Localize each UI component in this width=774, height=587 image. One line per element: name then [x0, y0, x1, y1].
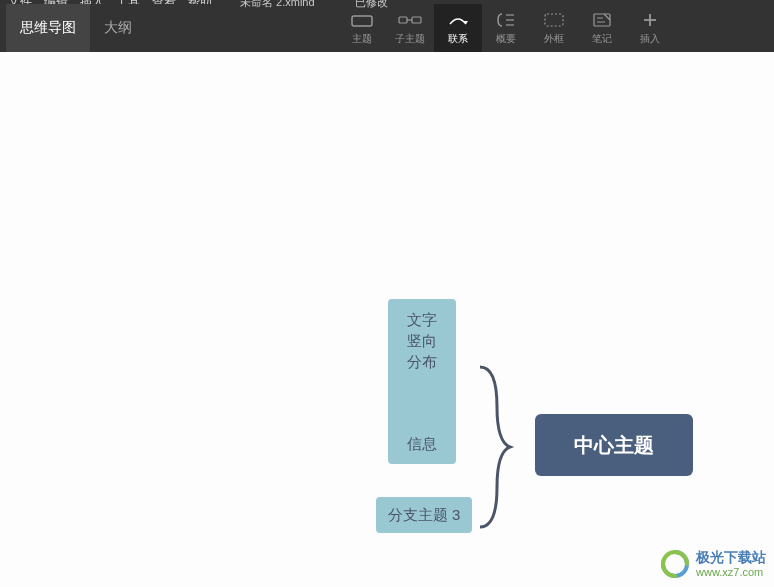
watermark-title: 极光下载站 — [696, 550, 766, 565]
node-center-topic[interactable]: 中心主题 — [535, 414, 693, 476]
svg-rect-8 — [545, 14, 563, 26]
tool-subtopic-label: 子主题 — [395, 32, 425, 46]
tool-notes[interactable]: 笔记 — [578, 4, 626, 52]
tool-summary[interactable]: 概要 — [482, 4, 530, 52]
titlebar: 未命名 2.xmind 已修改 — [240, 0, 388, 4]
toolbar: 主题 子主题 联系 概要 外框 — [338, 4, 774, 52]
tabbar: 思维导图 大纲 主题 子主题 联系 概要 — [0, 4, 774, 52]
node-topic-vertical[interactable]: 文字 竖向 分布 信息 — [388, 299, 456, 464]
svg-rect-2 — [412, 17, 421, 23]
svg-rect-1 — [399, 17, 407, 23]
tool-summary-label: 概要 — [496, 32, 516, 46]
notes-icon — [588, 10, 616, 30]
tool-notes-label: 笔记 — [592, 32, 612, 46]
relation-icon — [444, 10, 472, 30]
canvas[interactable]: 文字 竖向 分布 信息 分支主题 3 中心主题 极光下载站 www.xz7.co… — [0, 52, 774, 587]
summary-icon — [492, 10, 520, 30]
menu-help[interactable]: 帮助 — [188, 0, 212, 4]
insert-icon — [636, 10, 664, 30]
watermark-url: www.xz7.com — [696, 566, 766, 578]
menu-view[interactable]: 查看 — [152, 0, 176, 4]
tool-insert[interactable]: 插入 — [626, 4, 674, 52]
tool-boundary-label: 外框 — [544, 32, 564, 46]
tool-relation-label: 联系 — [448, 32, 468, 46]
file-status: 已修改 — [355, 0, 388, 10]
filename: 未命名 2.xmind — [240, 0, 315, 10]
tool-boundary[interactable]: 外框 — [530, 4, 578, 52]
node-text-line2: 竖向 — [407, 330, 437, 351]
brace-connector — [475, 362, 515, 532]
tool-topic-label: 主题 — [352, 32, 372, 46]
watermark-logo-icon — [660, 549, 690, 579]
node-branch-topic-3[interactable]: 分支主题 3 — [376, 497, 472, 533]
tool-relation[interactable]: 联系 — [434, 4, 482, 52]
node-text-line3: 分布 — [407, 351, 437, 372]
topic-icon — [348, 10, 376, 30]
node-text-line1: 文字 — [407, 309, 437, 330]
tab-mindmap[interactable]: 思维导图 — [6, 4, 90, 52]
boundary-icon — [540, 10, 568, 30]
svg-rect-0 — [352, 16, 372, 26]
tool-insert-label: 插入 — [640, 32, 660, 46]
tool-subtopic[interactable]: 子主题 — [386, 4, 434, 52]
tool-topic[interactable]: 主题 — [338, 4, 386, 52]
view-tabs: 思维导图 大纲 — [0, 4, 146, 52]
tab-outline[interactable]: 大纲 — [90, 4, 146, 52]
watermark: 极光下载站 www.xz7.com — [660, 549, 766, 579]
node-text-info: 信息 — [407, 433, 437, 454]
svg-rect-9 — [594, 14, 610, 26]
subtopic-icon — [396, 10, 424, 30]
